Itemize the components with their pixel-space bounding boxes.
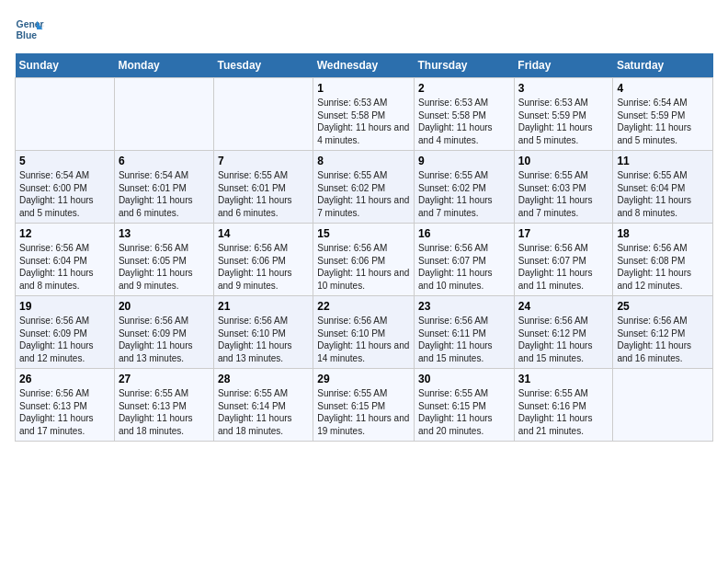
day-number: 26 [19, 373, 110, 385]
day-number: 6 [119, 155, 210, 167]
calendar-cell: 22Sunrise: 6:56 AM Sunset: 6:10 PM Dayli… [313, 296, 415, 369]
day-info: Sunrise: 6:55 AM Sunset: 6:15 PM Dayligh… [317, 387, 410, 437]
day-number: 27 [119, 373, 210, 385]
calendar-week-row: 12Sunrise: 6:56 AM Sunset: 6:04 PM Dayli… [16, 224, 713, 296]
day-info: Sunrise: 6:55 AM Sunset: 6:16 PM Dayligh… [518, 387, 609, 437]
day-info: Sunrise: 6:54 AM Sunset: 5:59 PM Dayligh… [617, 97, 709, 146]
day-info: Sunrise: 6:54 AM Sunset: 6:00 PM Dayligh… [19, 169, 110, 219]
weekday-header: Saturday [613, 53, 713, 78]
day-number: 28 [218, 373, 309, 385]
day-info: Sunrise: 6:56 AM Sunset: 6:12 PM Dayligh… [518, 315, 609, 364]
calendar-cell: 8Sunrise: 6:55 AM Sunset: 6:02 PM Daylig… [313, 151, 415, 224]
calendar-cell [613, 369, 713, 442]
day-number: 7 [218, 155, 309, 167]
day-number: 29 [317, 373, 410, 385]
day-info: Sunrise: 6:56 AM Sunset: 6:07 PM Dayligh… [518, 242, 609, 292]
calendar-cell: 29Sunrise: 6:55 AM Sunset: 6:15 PM Dayli… [313, 369, 415, 442]
calendar-cell: 5Sunrise: 6:54 AM Sunset: 6:00 PM Daylig… [16, 151, 115, 224]
day-number: 4 [617, 82, 709, 95]
weekday-header: Sunday [16, 53, 115, 78]
weekday-header: Thursday [415, 53, 515, 78]
day-number: 31 [518, 373, 609, 385]
day-number: 15 [317, 227, 410, 240]
calendar-week-row: 19Sunrise: 6:56 AM Sunset: 6:09 PM Dayli… [16, 296, 713, 369]
day-number: 21 [218, 300, 309, 313]
calendar-cell: 31Sunrise: 6:55 AM Sunset: 6:16 PM Dayli… [514, 369, 613, 442]
calendar-cell: 26Sunrise: 6:56 AM Sunset: 6:13 PM Dayli… [16, 369, 115, 442]
calendar-cell: 17Sunrise: 6:56 AM Sunset: 6:07 PM Dayli… [514, 224, 613, 296]
calendar-cell: 6Sunrise: 6:54 AM Sunset: 6:01 PM Daylig… [114, 151, 213, 224]
svg-text:Blue: Blue [17, 30, 38, 40]
calendar-header: SundayMondayTuesdayWednesdayThursdayFrid… [16, 53, 713, 78]
calendar-cell: 10Sunrise: 6:55 AM Sunset: 6:03 PM Dayli… [514, 151, 613, 224]
day-info: Sunrise: 6:56 AM Sunset: 6:06 PM Dayligh… [218, 242, 309, 292]
weekday-header: Friday [514, 53, 613, 78]
calendar-cell: 25Sunrise: 6:56 AM Sunset: 6:12 PM Dayli… [613, 296, 713, 369]
calendar-week-row: 5Sunrise: 6:54 AM Sunset: 6:00 PM Daylig… [16, 151, 713, 224]
logo: General Blue [15, 15, 44, 44]
weekday-header: Tuesday [213, 53, 313, 78]
calendar-cell: 13Sunrise: 6:56 AM Sunset: 6:05 PM Dayli… [114, 224, 213, 296]
day-info: Sunrise: 6:53 AM Sunset: 5:58 PM Dayligh… [418, 97, 510, 146]
calendar-table: SundayMondayTuesdayWednesdayThursdayFrid… [15, 53, 713, 442]
weekday-header: Monday [114, 53, 213, 78]
day-number: 9 [418, 155, 510, 167]
day-number: 23 [418, 300, 510, 313]
calendar-cell: 9Sunrise: 6:55 AM Sunset: 6:02 PM Daylig… [415, 151, 515, 224]
day-info: Sunrise: 6:55 AM Sunset: 6:14 PM Dayligh… [218, 387, 309, 437]
day-number: 22 [317, 300, 410, 313]
day-number: 19 [19, 300, 110, 313]
calendar-cell: 2Sunrise: 6:53 AM Sunset: 5:58 PM Daylig… [415, 78, 515, 151]
day-info: Sunrise: 6:56 AM Sunset: 6:10 PM Dayligh… [218, 315, 309, 364]
day-info: Sunrise: 6:53 AM Sunset: 5:59 PM Dayligh… [518, 97, 609, 146]
day-number: 8 [317, 155, 410, 167]
calendar-cell: 16Sunrise: 6:56 AM Sunset: 6:07 PM Dayli… [415, 224, 515, 296]
calendar-cell: 4Sunrise: 6:54 AM Sunset: 5:59 PM Daylig… [613, 78, 713, 151]
calendar-cell: 28Sunrise: 6:55 AM Sunset: 6:14 PM Dayli… [213, 369, 313, 442]
day-info: Sunrise: 6:53 AM Sunset: 5:58 PM Dayligh… [317, 97, 410, 146]
day-info: Sunrise: 6:56 AM Sunset: 6:07 PM Dayligh… [418, 242, 510, 292]
day-info: Sunrise: 6:55 AM Sunset: 6:13 PM Dayligh… [119, 387, 210, 437]
day-number: 17 [518, 227, 609, 240]
calendar-cell: 20Sunrise: 6:56 AM Sunset: 6:09 PM Dayli… [114, 296, 213, 369]
calendar-cell: 12Sunrise: 6:56 AM Sunset: 6:04 PM Dayli… [16, 224, 115, 296]
day-number: 13 [119, 227, 210, 240]
day-info: Sunrise: 6:56 AM Sunset: 6:10 PM Dayligh… [317, 315, 410, 364]
day-number: 12 [19, 227, 110, 240]
calendar-cell [213, 78, 313, 151]
day-info: Sunrise: 6:56 AM Sunset: 6:11 PM Dayligh… [418, 315, 510, 364]
day-info: Sunrise: 6:55 AM Sunset: 6:03 PM Dayligh… [518, 169, 609, 219]
calendar-cell: 18Sunrise: 6:56 AM Sunset: 6:08 PM Dayli… [613, 224, 713, 296]
day-info: Sunrise: 6:56 AM Sunset: 6:09 PM Dayligh… [19, 315, 110, 364]
day-info: Sunrise: 6:56 AM Sunset: 6:04 PM Dayligh… [19, 242, 110, 292]
calendar-cell: 19Sunrise: 6:56 AM Sunset: 6:09 PM Dayli… [16, 296, 115, 369]
calendar-week-row: 26Sunrise: 6:56 AM Sunset: 6:13 PM Dayli… [16, 369, 713, 442]
day-number: 20 [119, 300, 210, 313]
day-info: Sunrise: 6:55 AM Sunset: 6:02 PM Dayligh… [418, 169, 510, 219]
calendar-cell: 27Sunrise: 6:55 AM Sunset: 6:13 PM Dayli… [114, 369, 213, 442]
day-number: 14 [218, 227, 309, 240]
calendar-cell: 21Sunrise: 6:56 AM Sunset: 6:10 PM Dayli… [213, 296, 313, 369]
calendar-cell [114, 78, 213, 151]
calendar-cell: 15Sunrise: 6:56 AM Sunset: 6:06 PM Dayli… [313, 224, 415, 296]
day-info: Sunrise: 6:56 AM Sunset: 6:13 PM Dayligh… [19, 387, 110, 437]
day-info: Sunrise: 6:56 AM Sunset: 6:05 PM Dayligh… [119, 242, 210, 292]
day-info: Sunrise: 6:56 AM Sunset: 6:08 PM Dayligh… [617, 242, 709, 292]
day-number: 30 [418, 373, 510, 385]
day-number: 5 [19, 155, 110, 167]
calendar-body: 1Sunrise: 6:53 AM Sunset: 5:58 PM Daylig… [16, 78, 713, 442]
calendar-week-row: 1Sunrise: 6:53 AM Sunset: 5:58 PM Daylig… [16, 78, 713, 151]
calendar-cell: 30Sunrise: 6:55 AM Sunset: 6:15 PM Dayli… [415, 369, 515, 442]
calendar-cell: 7Sunrise: 6:55 AM Sunset: 6:01 PM Daylig… [213, 151, 313, 224]
page-header: General Blue [15, 15, 713, 44]
calendar-cell: 23Sunrise: 6:56 AM Sunset: 6:11 PM Dayli… [415, 296, 515, 369]
day-number: 25 [617, 300, 709, 313]
day-number: 24 [518, 300, 609, 313]
day-number: 10 [518, 155, 609, 167]
calendar-cell [16, 78, 115, 151]
day-info: Sunrise: 6:56 AM Sunset: 6:12 PM Dayligh… [617, 315, 709, 364]
day-number: 2 [418, 82, 510, 95]
day-number: 11 [617, 155, 709, 167]
day-number: 1 [317, 82, 410, 95]
day-info: Sunrise: 6:56 AM Sunset: 6:09 PM Dayligh… [119, 315, 210, 364]
